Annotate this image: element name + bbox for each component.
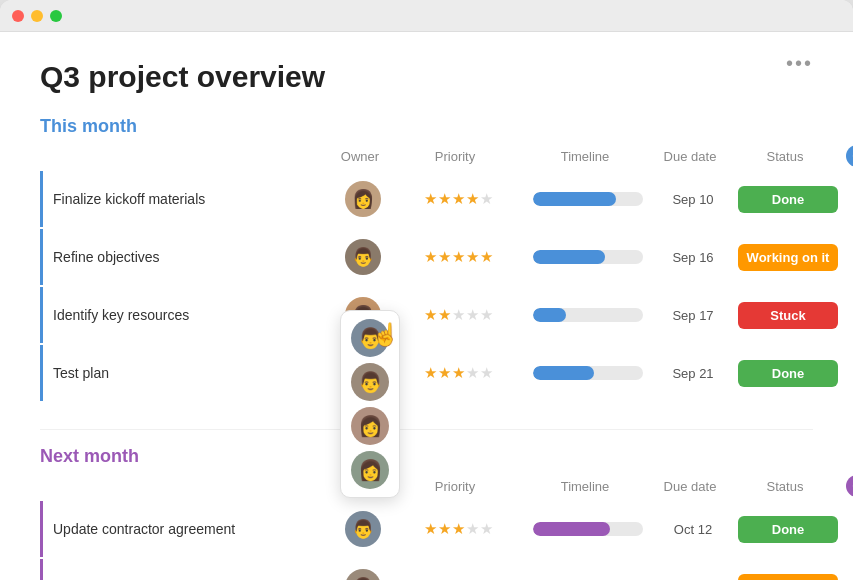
popup-avatar[interactable]: 👩 [351,451,389,489]
col-status-label: Status [730,149,840,164]
priority-stars: ★ ★ ★ ★ ★ [393,520,523,538]
table-row: Update contractor agreement 👨 ★ ★ ★ ★ ★ … [40,501,813,557]
timeline-bar [533,522,643,536]
avatar: 👩 [345,181,381,217]
next-month-title: Next month [40,446,139,467]
avatar: 👨 [345,511,381,547]
due-date: Oct 12 [653,522,733,537]
table-row: Conduct a risk assessment 👨 ★ ★ ★ ★ ★ Oc… [40,559,813,580]
avatar: 👨 [345,239,381,275]
col-priority-label: Priority [390,479,520,494]
app-window: Q3 project overview ••• This month Owner… [0,0,853,580]
task-name: Update contractor agreement [53,521,333,537]
next-month-header-row: Next month [40,446,813,467]
next-month-col-headers: Owner Priority Timeline Due date Status … [40,475,813,501]
col-duedate-label: Due date [650,149,730,164]
this-month-title: This month [40,116,137,137]
avatar: 👨 [345,569,381,580]
section-divider [40,429,813,430]
due-date: Sep 21 [653,366,733,381]
due-date: Sep 17 [653,308,733,323]
popup-avatar[interactable]: 👩 [351,407,389,445]
add-task-button-this-month[interactable]: + [846,145,853,167]
popup-avatar[interactable]: 👨 [351,363,389,401]
priority-stars: ★ ★ ★ ★ ★ [393,190,523,208]
this-month-header-row: This month [40,116,813,137]
table-row: Finalize kickoff materials 👩 ★ ★ ★ ★ ★ S… [40,171,813,227]
due-date: Sep 10 [653,192,733,207]
col-timeline-label: Timeline [520,149,650,164]
timeline-bar [533,366,643,380]
col-status-label: Status [730,479,840,494]
col-owner-label: Owner [330,149,390,164]
table-row: Refine objectives 👨 ★ ★ ★ ★ ★ Sep 16 [40,229,813,285]
more-options-button[interactable]: ••• [786,52,813,75]
task-name: Finalize kickoff materials [53,191,333,207]
titlebar [0,0,853,32]
add-task-button-next-month[interactable]: + [846,475,853,497]
maximize-dot[interactable] [50,10,62,22]
col-duedate-label: Due date [650,479,730,494]
close-dot[interactable] [12,10,24,22]
task-name: Refine objectives [53,249,333,265]
table-row: Identify key resources 👩 ★ ★ ★ ★ ★ Sep 1… [40,287,813,343]
timeline-bar [533,308,643,322]
status-badge: Done [738,186,838,213]
priority-stars: ★ ★ ★ ★ ★ [393,248,523,266]
table-row: Test plan 👨 ★ ★ ★ ★ ★ Sep 21 [40,345,813,401]
avatar-popup: 👨 👨 👩 👩 [340,310,400,498]
priority-stars: ★ ★ ★ ★ ★ [393,364,523,382]
status-badge: Working on it [738,244,838,271]
main-content: Q3 project overview ••• This month Owner… [0,32,853,580]
timeline-bar [533,250,643,264]
status-badge: Stuck [738,302,838,329]
next-month-section: Next month Owner Priority Timeline Due d… [40,446,813,580]
status-badge: Done [738,516,838,543]
minimize-dot[interactable] [31,10,43,22]
popup-avatar[interactable]: 👨 [351,319,389,357]
task-name: Test plan [53,365,333,381]
status-badge: Done [738,360,838,387]
status-badge: Working on it [738,574,838,581]
task-name: Identify key resources [53,307,333,323]
col-timeline-label: Timeline [520,479,650,494]
col-priority-label: Priority [390,149,520,164]
priority-stars: ★ ★ ★ ★ ★ [393,306,523,324]
page-title: Q3 project overview [40,60,813,94]
this-month-section: This month Owner Priority Timeline Due d… [40,116,813,401]
timeline-bar [533,192,643,206]
due-date: Sep 16 [653,250,733,265]
this-month-col-headers: Owner Priority Timeline Due date Status … [40,145,813,171]
